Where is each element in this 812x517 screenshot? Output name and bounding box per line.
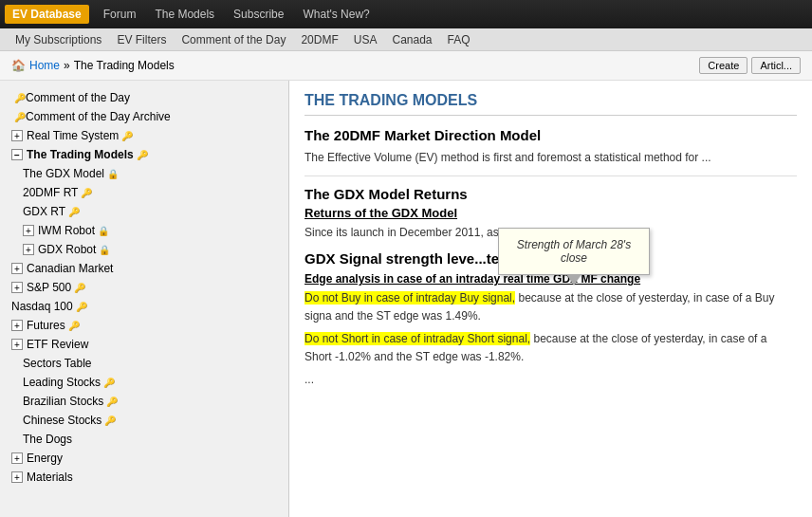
key-icon: 🔑	[103, 378, 115, 388]
lock-icon: 🔒	[107, 169, 119, 179]
key-icon: 🔑	[74, 283, 85, 293]
tooltip-text: Strength of March 28's close	[517, 238, 631, 265]
sidebar-item-canadian-market[interactable]: + Canadian Market	[0, 259, 288, 278]
key-icon: 🔑	[14, 93, 26, 103]
sidebar-item-the-dogs[interactable]: The Dogs	[0, 430, 288, 449]
sidebar-label-etf-review: ETF Review	[27, 338, 88, 351]
home-link[interactable]: Home	[29, 59, 60, 72]
sidebar-label-sectors-table: Sectors Table	[23, 357, 92, 370]
subscribe-link[interactable]: Subscribe	[224, 3, 293, 26]
sidebar-label-leading-stocks: Leading Stocks	[23, 376, 101, 389]
my-subscriptions-link[interactable]: My Subscriptions	[8, 33, 109, 46]
sidebar-label-real-time-system: Real Time System	[27, 129, 119, 142]
breadcrumb-separator: »	[64, 59, 70, 72]
expand-icon[interactable]: +	[11, 320, 23, 331]
expand-icon[interactable]: +	[11, 452, 23, 464]
sidebar-label-canadian-market: Canadian Market	[27, 262, 113, 275]
sidebar-item-energy[interactable]: + Energy	[0, 449, 288, 468]
lock-icon: 🔒	[98, 226, 109, 236]
signal2-highlight: Do not Short in case of intraday Short s…	[304, 332, 530, 345]
sidebar-label-nasdaq100: Nasdaq 100	[11, 300, 73, 313]
sidebar-item-comment-day[interactable]: 🔑 Comment of the Day	[0, 88, 288, 107]
sidebar-item-trading-models[interactable]: − The Trading Models 🔑	[0, 145, 288, 164]
breadcrumb-current: The Trading Models	[74, 59, 175, 72]
sidebar-label-materials: Materials	[27, 471, 73, 484]
sidebar-label-futures: Futures	[27, 319, 65, 332]
divider1	[304, 175, 797, 176]
key-icon: 🔑	[121, 131, 133, 141]
forum-link[interactable]: Forum	[94, 3, 146, 26]
signal1-text: Do not Buy in case of intraday Buy signa…	[304, 289, 797, 324]
sidebar-label-the-dogs: The Dogs	[23, 433, 72, 446]
create-button[interactable]: Create	[699, 57, 747, 74]
sidebar-label-chinese-stocks: Chinese Stocks	[23, 414, 102, 427]
sidebar-label-brazilian-stocks: Brazilian Stocks	[23, 395, 103, 408]
main-layout: 🔑 Comment of the Day 🔑 Comment of the Da…	[0, 81, 812, 517]
sidebar-item-comment-archive[interactable]: 🔑 Comment of the Day Archive	[0, 107, 288, 126]
signal1-highlight: Do not Buy in case of intraday Buy signa…	[304, 291, 515, 305]
key-icon: 🔑	[81, 188, 92, 198]
sidebar-item-materials[interactable]: + Materials	[0, 468, 288, 487]
sidebar-label-gdx-model: The GDX Model	[23, 167, 104, 180]
sidebar-label-iwm-robot: IWM Robot	[38, 224, 95, 237]
sidebar-item-etf-review[interactable]: + ETF Review	[0, 335, 288, 354]
sidebar-item-real-time-system[interactable]: + Real Time System 🔑	[0, 126, 288, 145]
ellipsis-text: ...	[304, 371, 797, 388]
ev-database-logo[interactable]: EV Database	[5, 5, 89, 24]
sidebar-label-gdx-rt: GDX RT	[23, 205, 65, 218]
sidebar-item-futures[interactable]: + Futures 🔑	[0, 316, 288, 335]
section2-subtitle: Returns of the GDX Model	[304, 206, 797, 220]
sidebar-item-leading-stocks[interactable]: Leading Stocks 🔑	[0, 373, 288, 392]
20dmf-link[interactable]: 20DMF	[293, 33, 345, 46]
expand-icon[interactable]: +	[11, 339, 23, 350]
canada-link[interactable]: Canada	[384, 33, 439, 46]
sidebar-item-nasdaq100[interactable]: Nasdaq 100 🔑	[0, 297, 288, 316]
sidebar-label-comment-archive: Comment of the Day Archive	[26, 110, 171, 123]
key-icon: 🔑	[76, 302, 87, 312]
sidebar-item-20dmf-rt[interactable]: 20DMF RT 🔑	[0, 183, 288, 202]
expand-icon[interactable]: +	[11, 282, 23, 293]
sidebar: 🔑 Comment of the Day 🔑 Comment of the Da…	[0, 81, 289, 517]
sidebar-label-comment-day: Comment of the Day	[26, 91, 130, 104]
key-icon: 🔑	[68, 321, 80, 331]
sidebar-item-sectors-table[interactable]: Sectors Table	[0, 354, 288, 373]
whats-new-link[interactable]: What's New?	[293, 3, 378, 26]
sidebar-item-sp500[interactable]: + S&P 500 🔑	[0, 278, 288, 297]
top-navigation: EV Database Forum The Models Subscribe W…	[0, 0, 812, 28]
sidebar-item-gdx-rt[interactable]: GDX RT 🔑	[0, 202, 288, 221]
sidebar-item-gdx-model[interactable]: The GDX Model 🔒	[0, 164, 288, 183]
expand-icon[interactable]: +	[11, 263, 23, 274]
tooltip-box: Strength of March 28's close	[498, 228, 650, 275]
page-title: THE TRADING MODELS	[304, 92, 797, 116]
models-link[interactable]: The Models	[145, 3, 224, 26]
sidebar-item-iwm-robot[interactable]: + IWM Robot 🔒	[0, 221, 288, 240]
home-icon: 🏠	[11, 59, 26, 72]
sidebar-item-gdx-robot[interactable]: + GDX Robot 🔒	[0, 240, 288, 259]
lock-icon: 🔒	[99, 245, 110, 255]
comment-of-day-link[interactable]: Comment of the Day	[174, 33, 293, 46]
key-icon: 🔑	[137, 150, 148, 160]
expand-icon[interactable]: +	[23, 244, 34, 255]
sidebar-label-gdx-robot: GDX Robot	[38, 243, 96, 256]
key-icon: 🔑	[104, 415, 116, 426]
ev-filters-link[interactable]: EV Filters	[109, 33, 174, 46]
usa-link[interactable]: USA	[346, 33, 385, 46]
sidebar-item-chinese-stocks[interactable]: Chinese Stocks 🔑	[0, 411, 288, 430]
sidebar-label-20dmf-rt: 20DMF RT	[23, 186, 78, 199]
key-icon: 🔑	[14, 112, 26, 122]
section1-text: The Effective Volume (EV) method is firs…	[304, 149, 797, 166]
expand-icon[interactable]: +	[23, 225, 34, 236]
faq-link[interactable]: FAQ	[440, 33, 478, 46]
expand-icon[interactable]: +	[11, 130, 23, 141]
key-icon: 🔑	[106, 397, 118, 407]
section1-title: The 20DMF Market Direction Model	[304, 127, 797, 143]
main-content: THE TRADING MODELS The 20DMF Market Dire…	[289, 81, 812, 517]
collapse-icon[interactable]: −	[11, 149, 23, 160]
sidebar-label-sp500: S&P 500	[27, 281, 71, 294]
article-button[interactable]: Articl...	[751, 57, 801, 74]
secondary-navigation: My Subscriptions EV Filters Comment of t…	[0, 28, 812, 51]
expand-icon[interactable]: +	[11, 471, 23, 483]
breadcrumb: 🏠 Home » The Trading Models Create Artic…	[0, 51, 812, 81]
sidebar-item-brazilian-stocks[interactable]: Brazilian Stocks 🔑	[0, 392, 288, 411]
section2-title: The GDX Model Returns	[304, 186, 797, 202]
